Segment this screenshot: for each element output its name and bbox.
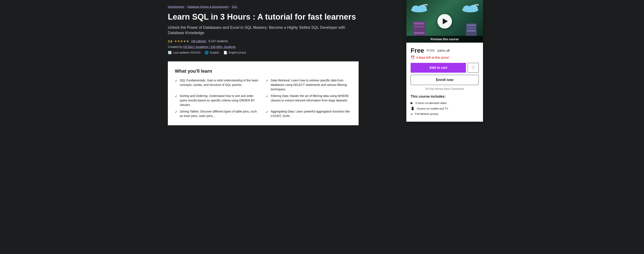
urgency-days: 4 days left at this price! — [416, 56, 449, 59]
breadcrumb-sep-1: › — [186, 5, 186, 8]
check-icon-0: ✓ — [175, 78, 178, 83]
learn-item-1: ✓ Data Retrieval: Learn how to retrieve … — [266, 78, 352, 92]
rating-row: 3.8 ★ ★ ★ ★ ★ (48 ratings) 8,167 student… — [168, 40, 359, 43]
learn-item-text-1: Data Retrieval: Learn how to retrieve sp… — [271, 78, 352, 92]
price-free: Free — [410, 47, 424, 54]
course-title: Learn SQL in 3 Hours : A tutorial for fa… — [168, 12, 359, 22]
breadcrumb-development[interactable]: Development — [168, 5, 184, 8]
learn-item-text-5: Aggregating Data: Learn powerful aggrega… — [271, 109, 352, 118]
server-rack-left — [413, 21, 426, 36]
includes-title: This course includes: — [410, 95, 479, 98]
wishlist-button[interactable]: ♡ — [468, 63, 479, 73]
play-button[interactable] — [438, 14, 452, 29]
cloud-left-icon — [410, 4, 428, 12]
check-icon-1: ✓ — [266, 78, 268, 83]
preview-label[interactable]: Preview this course — [406, 36, 483, 43]
money-back-guarantee: 30-Day Money-Back Guarantee — [410, 87, 479, 90]
include-item-0: ▶ 3 hours on-demand video — [410, 101, 479, 105]
preview-container[interactable]: Preview this course — [406, 0, 483, 43]
learn-item-0: ✓ SQL Fundamentals: Gain a solid underst… — [175, 78, 261, 92]
video-icon: ▶ — [410, 101, 413, 105]
refresh-icon: 🔄 — [168, 51, 172, 55]
sidebar-body: Free ₹799 100% off ⏰ 4 days left at this… — [406, 43, 483, 122]
last-updated-item: 🔄 Last updated 05/2023 — [168, 51, 200, 55]
check-icon-2: ✓ — [175, 94, 178, 99]
learn-item-5: ✓ Aggregating Data: Learn powerful aggre… — [266, 109, 352, 118]
cloud-right-icon — [462, 4, 479, 12]
check-icon-3: ✓ — [266, 94, 268, 99]
learn-title: What you'll learn — [175, 68, 352, 74]
alarm-icon: ⏰ — [410, 55, 415, 60]
add-to-cart-button[interactable]: Add to cart — [410, 63, 466, 73]
rating-number: 3.8 — [168, 40, 172, 43]
enroll-now-button[interactable]: Enroll now — [410, 75, 479, 85]
subtitle-item: 📄 English [Auto] — [224, 51, 246, 55]
price-original: ₹799 — [426, 49, 434, 53]
course-includes: This course includes: ▶ 3 hours on-deman… — [410, 95, 479, 116]
infinity-icon: ∞ — [410, 112, 413, 116]
rating-count[interactable]: (48 ratings) — [191, 40, 206, 43]
star-2: ★ — [178, 40, 180, 43]
learn-item-text-2: Sorting and Ordering: Understand how to … — [180, 94, 261, 107]
price-discount: 100% off — [437, 49, 450, 52]
include-text-2: Full lifetime access — [415, 112, 438, 116]
learn-item-text-4: Joining Tables: Discover different types… — [180, 109, 261, 118]
urgency-row: ⏰ 4 days left at this price! — [410, 55, 479, 60]
students-count: 8,167 students — [208, 40, 228, 43]
include-item-2: ∞ Full lifetime access — [410, 112, 479, 116]
star-4: ★ — [183, 40, 186, 43]
star-5: ★ — [186, 40, 189, 43]
breadcrumb-sql[interactable]: SQL — [232, 5, 238, 8]
globe-icon: 🌐 — [205, 51, 209, 55]
language-value: English — [210, 51, 219, 54]
learn-grid: ✓ SQL Fundamentals: Gain a solid underst… — [175, 78, 352, 118]
stars: ★ ★ ★ ★ ★ — [174, 40, 189, 43]
breadcrumb-database[interactable]: Database Design & Development — [188, 5, 228, 8]
last-updated-value: 05/2023 — [190, 51, 200, 54]
breadcrumb-sep-2: › — [230, 5, 231, 8]
learn-item-text-0: SQL Fundamentals: Gain a solid understan… — [180, 78, 261, 87]
learn-item-4: ✓ Joining Tables: Discover different typ… — [175, 109, 261, 118]
heart-icon: ♡ — [471, 65, 475, 70]
days-text: 4 days — [416, 56, 426, 59]
play-triangle-icon — [443, 18, 448, 24]
learn-section-wrapper: What you'll learn ✓ SQL Fundamentals: Ga… — [168, 61, 359, 125]
mobile-icon: 📱 — [410, 107, 415, 110]
course-sidebar: Preview this course Free ₹799 100% off ⏰… — [406, 0, 483, 122]
include-text-1: Access on mobile and TV — [417, 107, 448, 110]
check-icon-4: ✓ — [175, 110, 178, 114]
meta-row: 🔄 Last updated 05/2023 🌐 English 📄 Engli… — [168, 51, 359, 55]
learn-item-3: ✓ Filtering Data: Master the art of filt… — [266, 94, 352, 107]
include-item-1: 📱 Access on mobile and TV — [410, 107, 479, 110]
price-row: Free ₹799 100% off — [410, 47, 479, 54]
include-text-0: 3 hours on-demand video — [415, 101, 446, 105]
cc-icon: 📄 — [224, 51, 228, 55]
learn-item-text-3: Filtering Data: Master the art of filter… — [271, 94, 352, 103]
creator-link[interactable]: OCSALY Academy | 230,000+ Students — [183, 45, 236, 49]
learn-section: What you'll learn ✓ SQL Fundamentals: Ga… — [168, 61, 359, 125]
last-updated-label: Last updated — [173, 51, 189, 54]
star-3: ★ — [180, 40, 183, 43]
check-icon-5: ✓ — [266, 110, 268, 114]
course-subtitle: Unlock the Power of Databases and Excel … — [168, 25, 359, 36]
star-1: ★ — [174, 40, 177, 43]
subtitle-value: English [Auto] — [229, 51, 246, 54]
cart-wishlist-row: Add to cart ♡ — [410, 63, 479, 73]
creator-prefix: Created by — [168, 45, 182, 49]
creator-row: Created by OCSALY Academy | 230,000+ Stu… — [168, 45, 359, 49]
breadcrumb: Development › Database Design & Developm… — [168, 5, 359, 8]
language-item: 🌐 English — [205, 51, 219, 55]
learn-item-2: ✓ Sorting and Ordering: Understand how t… — [175, 94, 261, 107]
server-rack-right — [466, 24, 476, 36]
